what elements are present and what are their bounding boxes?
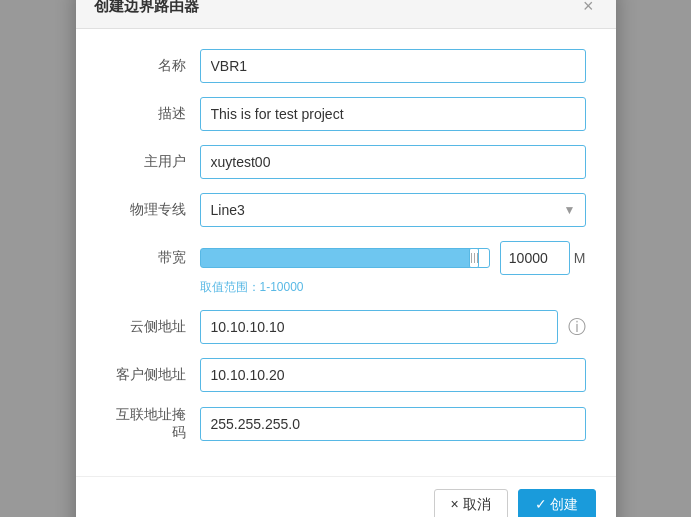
user-input[interactable]	[200, 145, 586, 179]
client-addr-row: 客户侧地址	[106, 358, 586, 392]
desc-label: 描述	[106, 105, 186, 123]
subnet-label: 互联地址掩码	[106, 406, 186, 442]
name-input[interactable]	[200, 49, 586, 83]
client-addr-label: 客户侧地址	[106, 366, 186, 384]
grip-line-1	[471, 253, 472, 263]
subnet-row: 互联地址掩码	[106, 406, 586, 442]
bandwidth-input-group: M	[500, 241, 586, 275]
user-label: 主用户	[106, 153, 186, 171]
bandwidth-input[interactable]	[500, 241, 570, 275]
bandwidth-unit: M	[574, 250, 586, 266]
line-row: 物理专线 Line3 Line1 Line2 ▼	[106, 193, 586, 227]
create-button[interactable]: ✓ 创建	[518, 489, 596, 518]
close-button[interactable]: ×	[579, 0, 598, 15]
user-row: 主用户	[106, 145, 586, 179]
dialog-title: 创建边界路由器	[94, 0, 199, 16]
name-label: 名称	[106, 57, 186, 75]
cloud-addr-label: 云侧地址	[106, 318, 186, 336]
bandwidth-hint: 取值范围：1-10000	[200, 279, 304, 296]
cloud-addr-row: 云侧地址 ⓘ	[106, 310, 586, 344]
line-select-wrapper: Line3 Line1 Line2 ▼	[200, 193, 586, 227]
bandwidth-slider-handle[interactable]	[469, 248, 479, 268]
grip-line-2	[474, 253, 475, 263]
dialog-header: 创建边界路由器 ×	[76, 0, 616, 29]
create-vbr-dialog: 创建边界路由器 × 名称 描述 主用户 物理专线 Line3 Line1 Lin	[76, 0, 616, 517]
dialog-footer: × 取消 ✓ 创建	[76, 476, 616, 518]
cancel-button[interactable]: × 取消	[434, 489, 508, 518]
bandwidth-row: 带宽 M	[106, 241, 586, 275]
bandwidth-hint-row: 取值范围：1-10000	[106, 279, 586, 296]
slider-handle-grip	[471, 253, 478, 263]
client-addr-input[interactable]	[200, 358, 586, 392]
bandwidth-slider-track[interactable]	[200, 248, 490, 268]
cloud-addr-input[interactable]	[200, 310, 558, 344]
bandwidth-slider-wrapper[interactable]	[200, 241, 490, 275]
grip-line-3	[477, 253, 478, 263]
desc-row: 描述	[106, 97, 586, 131]
bandwidth-label: 带宽	[106, 249, 186, 267]
subnet-input[interactable]	[200, 407, 586, 441]
name-row: 名称	[106, 49, 586, 83]
line-select[interactable]: Line3 Line1 Line2	[200, 193, 586, 227]
line-label: 物理专线	[106, 201, 186, 219]
dialog-body: 名称 描述 主用户 物理专线 Line3 Line1 Line2 ▼	[76, 29, 616, 476]
desc-input[interactable]	[200, 97, 586, 131]
help-icon[interactable]: ⓘ	[568, 315, 586, 339]
